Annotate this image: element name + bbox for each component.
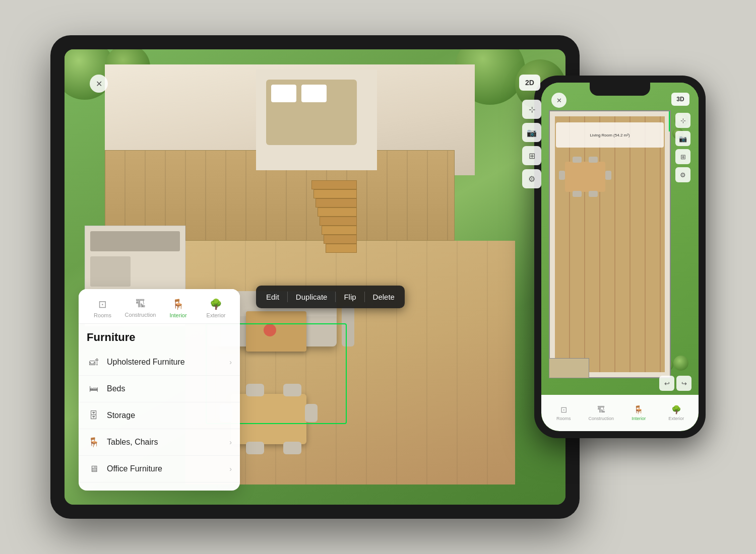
phone-tab-rooms[interactable]: ⊡ Rooms — [545, 405, 582, 421]
menu-item-upholstered[interactable]: 🛋 Upholstered Furniture › — [79, 349, 240, 376]
beds-icon: 🛏 — [87, 382, 101, 396]
context-menu-edit[interactable]: Edit — [259, 290, 286, 304]
sidebar-tabs: ⊡ Rooms 🏗 Construction 🪑 Interior 🌳 Exte… — [79, 289, 240, 324]
toolbar-camera-btn[interactable]: 📷 — [522, 123, 541, 142]
menu-item-office[interactable]: 🖥 Office Furniture › — [79, 456, 240, 482]
phone-toolbar-settings[interactable]: ⚙ — [675, 167, 690, 182]
menu-item-storage[interactable]: 🗄 Storage — [79, 402, 240, 429]
phone-plant-1 — [673, 356, 688, 371]
phone-tab-construction[interactable]: 🏗 Construction — [583, 405, 620, 421]
sidebar-content: Furniture 🛋 Upholstered Furniture › 🛏 Be… — [79, 324, 240, 490]
chevron-tables: › — [229, 438, 232, 446]
upholstered-icon: 🛋 — [87, 355, 101, 369]
exterior-icon: 🌳 — [210, 298, 222, 310]
rooms-icon: ⊡ — [98, 298, 107, 310]
phone-bottom-tabs: ⊡ Rooms 🏗 Construction 🪑 Interior 🌳 Exte… — [541, 395, 699, 431]
interior-icon: 🪑 — [172, 298, 184, 310]
phone-room-label: Living Room (54.2 m²) — [590, 133, 629, 137]
phone-wood-floor — [555, 116, 665, 372]
phone-room-label-box: Living Room (54.2 m²) — [556, 122, 664, 148]
phone-patio — [549, 358, 589, 378]
phone-notch — [590, 83, 650, 96]
tab-interior[interactable]: 🪑 Interior — [160, 295, 196, 323]
tablet-right-toolbar: ⊹ 📷 ⊞ ⚙ — [522, 100, 541, 188]
toolbar-settings-btn[interactable]: ⚙ — [522, 169, 541, 188]
phone-undo-button[interactable]: ↩ — [659, 376, 674, 391]
phone-path-indicator — [669, 111, 670, 131]
tab-rooms[interactable]: ⊡ Rooms — [85, 295, 120, 323]
phone-house-outline: Living Room (54.2 m²) — [549, 110, 671, 378]
tablet-2d-button[interactable]: 2D — [519, 75, 540, 91]
stairs — [311, 180, 357, 271]
construction-icon: 🏗 — [136, 298, 146, 310]
menu-item-tables-chairs[interactable]: 🪑 Tables, Chairs › — [79, 429, 240, 456]
phone-dining-table — [565, 162, 605, 192]
tablet-screen: Edit Duplicate Flip Delete ✕ 2D ⊹ — [65, 49, 565, 505]
menu-item-beds[interactable]: 🛏 Beds — [79, 376, 240, 402]
sidebar-panel: ⊡ Rooms 🏗 Construction 🪑 Interior 🌳 Exte… — [79, 289, 240, 491]
phone-toolbar-camera[interactable]: 📷 — [675, 131, 690, 146]
bedroom-area — [256, 70, 377, 170]
phone-tab-interior[interactable]: 🪑 Interior — [620, 405, 657, 421]
phone-screen: Living Room (54.2 m²) — [541, 83, 699, 431]
phone-right-toolbar: ⊹ 📷 ⊞ ⚙ — [675, 113, 690, 182]
phone-redo-button[interactable]: ↪ — [676, 376, 691, 391]
menu-item-curtains[interactable]: 🪟 Curtains, Blinds — [79, 482, 240, 490]
chevron-office: › — [229, 465, 232, 473]
office-icon: 🖥 — [87, 462, 101, 476]
tab-exterior[interactable]: 🌳 Exterior — [198, 295, 234, 323]
tablet-device: Edit Duplicate Flip Delete ✕ 2D ⊹ — [50, 35, 580, 519]
context-menu-duplicate[interactable]: Duplicate — [289, 290, 335, 304]
phone-close-button[interactable]: ✕ — [551, 93, 566, 108]
phone-construction-icon: 🏗 — [597, 405, 605, 414]
phone-device: Living Room (54.2 m²) — [534, 76, 706, 438]
context-menu: Edit Duplicate Flip Delete — [256, 286, 405, 308]
phone-tab-exterior[interactable]: 🌳 Exterior — [658, 405, 695, 421]
toolbar-layers-btn[interactable]: ⊞ — [522, 146, 541, 165]
tables-chairs-icon: 🪑 — [87, 435, 101, 449]
phone-interior-icon: 🪑 — [634, 405, 644, 414]
phone-toolbar-expand[interactable]: ⊹ — [675, 113, 690, 128]
context-menu-flip[interactable]: Flip — [337, 290, 363, 304]
chevron-upholstered: › — [229, 358, 232, 366]
phone-undo-redo-buttons: ↩ ↪ — [659, 376, 691, 391]
tab-construction[interactable]: 🏗 Construction — [122, 295, 158, 323]
sidebar-title: Furniture — [79, 331, 240, 349]
curtains-icon: 🪟 — [87, 489, 101, 490]
phone-exterior-icon: 🌳 — [671, 405, 681, 414]
tablet-close-button[interactable]: ✕ — [90, 75, 108, 93]
phone-toolbar-layers[interactable]: ⊞ — [675, 149, 690, 164]
phone-rooms-icon: ⊡ — [560, 405, 567, 414]
storage-icon: 🗄 — [87, 408, 101, 423]
context-menu-delete[interactable]: Delete — [366, 290, 402, 304]
toolbar-expand-btn[interactable]: ⊹ — [522, 100, 541, 119]
phone-3d-button[interactable]: 3D — [671, 93, 689, 106]
